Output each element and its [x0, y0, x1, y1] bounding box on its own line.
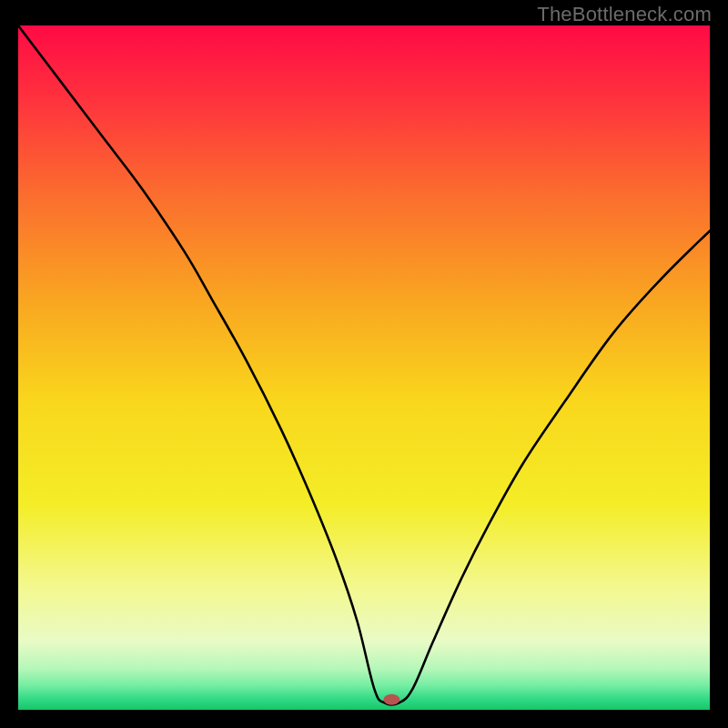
plot-area — [18, 25, 710, 710]
optimum-marker — [383, 694, 399, 705]
chart-frame: TheBottleneck.com — [0, 0, 728, 728]
chart-svg — [18, 25, 710, 710]
gradient-bg — [18, 25, 710, 710]
watermark-label: TheBottleneck.com — [537, 3, 712, 26]
